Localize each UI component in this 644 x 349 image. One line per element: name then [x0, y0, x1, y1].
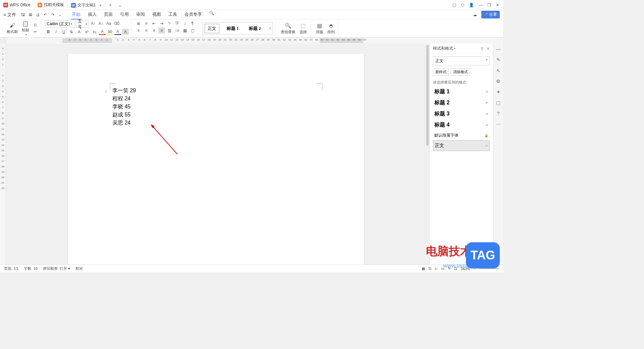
font-effect-icon[interactable]: A	[76, 29, 83, 35]
new-tab-button[interactable]: ＋	[105, 2, 115, 8]
copy-icon[interactable]: ⎘	[32, 22, 39, 28]
menutab-view[interactable]: 视图	[152, 10, 162, 19]
line-spacing-icon[interactable]: ↕≡	[174, 28, 180, 34]
menutab-tools[interactable]: 工具	[168, 10, 178, 19]
collapse-icon[interactable]: —	[496, 46, 501, 52]
style-list-item[interactable]: 标题 3↵	[433, 108, 490, 119]
cloud-icon[interactable]: ☁	[472, 12, 478, 18]
document-line[interactable]: 程程 24	[112, 95, 320, 103]
cube-icon[interactable]: ⬡	[461, 3, 464, 7]
style-h2[interactable]: 标题 2	[246, 24, 264, 33]
more-icon[interactable]: ⋯	[496, 121, 501, 127]
paste-button[interactable]: 📋粘贴▾	[20, 20, 31, 37]
pointer-icon[interactable]: ↖	[496, 68, 500, 73]
quick-dropdown[interactable]: ⌄	[57, 12, 63, 18]
vertical-ruler[interactable]: 432112345678910111213141516171819202122	[0, 44, 6, 267]
search-icon[interactable]: 🔍	[209, 10, 215, 16]
phonetic-icon[interactable]: ㄅ	[166, 20, 173, 27]
styles-gallery[interactable]: 正文 标题 1 标题 2 ▾	[202, 22, 273, 35]
screen-icon[interactable]: ▢	[496, 100, 500, 105]
document-line[interactable]: 李晓 45	[112, 103, 320, 111]
panel-title-dropdown[interactable]: ▾	[454, 47, 455, 50]
page-indicator[interactable]: 页面: 1/1	[4, 266, 18, 271]
style-list-item[interactable]: 标题 1↵	[433, 86, 490, 97]
align-center-icon[interactable]: ≡	[143, 28, 150, 34]
select-button[interactable]: ⬚选择	[298, 22, 308, 35]
view-outline-icon[interactable]: ☰	[428, 266, 432, 271]
pen-icon[interactable]: ✎	[496, 57, 500, 62]
align-left-icon[interactable]: ≡	[135, 28, 142, 34]
decrease-indent-icon[interactable]: ⇤	[151, 20, 157, 27]
change-case-icon[interactable]: Aa	[105, 20, 112, 27]
current-style-select[interactable]: 正文▾	[433, 56, 490, 65]
layout-button[interactable]: ▤排版	[315, 22, 325, 35]
grow-font-icon[interactable]: A↑	[90, 20, 97, 27]
pin-icon[interactable]: ⚲	[481, 46, 484, 51]
settings-icon[interactable]: ⚙	[496, 79, 500, 84]
document-line[interactable]: 吴思 24	[112, 119, 320, 127]
menutab-member[interactable]: 会员专享	[184, 10, 203, 19]
subscript-icon[interactable]: x₂	[91, 29, 98, 35]
style-h1[interactable]: 标题 1	[224, 24, 241, 33]
arrange-button[interactable]: ⬘排列	[326, 22, 336, 35]
redo-icon[interactable]: ↷	[50, 12, 56, 18]
document-canvas[interactable]: ⠿ 李一笑 29程程 24李晓 45赵成 55吴思 24	[6, 44, 426, 267]
scroll-thumb[interactable]	[426, 45, 429, 146]
font-size-select[interactable]: 五号▾	[76, 20, 89, 28]
superscript-icon[interactable]: x²	[84, 29, 90, 35]
style-normal[interactable]: 正文	[205, 24, 219, 33]
shrink-font-icon[interactable]: A↓	[98, 20, 104, 27]
clear-format-button[interactable]: 清除格式	[451, 68, 470, 76]
file-menu[interactable]: 文件	[7, 12, 16, 18]
drag-handle-icon[interactable]: ⠿	[105, 90, 107, 94]
bold-icon[interactable]: B	[45, 29, 52, 35]
share-button[interactable]: ↗ 分享	[481, 11, 500, 18]
menutab-insert[interactable]: 插入	[87, 10, 97, 19]
proofread-status[interactable]: 校对	[75, 266, 83, 271]
style-list-item[interactable]: 正文↵	[433, 140, 490, 151]
strike-icon[interactable]: S̶	[68, 29, 75, 35]
tools-icon[interactable]: ✦	[496, 89, 500, 95]
print-icon[interactable]: 🖶	[28, 12, 34, 18]
char-border-icon[interactable]: 字	[174, 20, 180, 27]
document-line[interactable]: 李一笑 29	[112, 87, 320, 95]
borders-icon[interactable]: ▢	[189, 28, 196, 34]
document-line[interactable]: 赵成 55	[112, 111, 320, 119]
undo-icon[interactable]: ↶	[42, 12, 48, 18]
tab-list-dropdown[interactable]: ⌄	[115, 2, 125, 8]
user-icon[interactable]: 👤	[469, 3, 474, 7]
help-icon[interactable]: ?	[497, 111, 500, 116]
spellcheck-status[interactable]: 拼写检查: 打开 ▾	[43, 266, 70, 271]
align-right-icon[interactable]: ≡	[151, 28, 157, 34]
menutab-page[interactable]: 页面	[103, 10, 113, 19]
vertical-scrollbar[interactable]	[426, 44, 429, 267]
hamburger-icon[interactable]: ≡	[3, 12, 6, 17]
shading-icon[interactable]: ▦	[181, 28, 188, 34]
highlight-icon[interactable]: ab	[107, 29, 113, 35]
close-button[interactable]: ✕	[496, 3, 499, 7]
italic-icon[interactable]: I	[53, 29, 59, 35]
underline-icon[interactable]: U	[60, 29, 67, 35]
font-name-select[interactable]: Calibri (正文)▾	[45, 20, 75, 28]
menutab-review[interactable]: 审阅	[136, 10, 146, 19]
tab-template[interactable]: D 找稻壳模板	[34, 0, 68, 10]
maximize-button[interactable]: ❐	[487, 3, 491, 7]
cut-icon[interactable]: ✂	[32, 29, 39, 35]
style-list-item[interactable]: 标题 4↵	[433, 119, 490, 131]
view-page-icon[interactable]: ▦	[422, 266, 425, 271]
style-list-item[interactable]: 标题 2↵	[433, 97, 490, 108]
save-icon[interactable]: 🖫	[20, 12, 26, 18]
show-marks-icon[interactable]: ¶	[189, 20, 196, 27]
numbering-icon[interactable]: ≡	[143, 20, 150, 27]
panel-close-icon[interactable]: ✕	[486, 46, 490, 51]
tab-wps-office[interactable]: W WPS Office	[0, 0, 34, 10]
align-justify-icon[interactable]: ≡	[158, 28, 165, 34]
horizontal-ruler[interactable]: 8765432112345678910111213141516171819202…	[0, 38, 503, 44]
new-style-button[interactable]: 新样式	[433, 68, 449, 76]
menutab-reference[interactable]: 引用	[119, 10, 129, 19]
print-preview-icon[interactable]: 🖨	[35, 12, 41, 18]
text-color-icon[interactable]: A	[114, 29, 121, 35]
word-count[interactable]: 字数: 16	[24, 266, 37, 271]
clear-format-icon[interactable]: ⌫	[113, 20, 120, 27]
format-brush-button[interactable]: 🖌格式刷	[5, 22, 19, 35]
